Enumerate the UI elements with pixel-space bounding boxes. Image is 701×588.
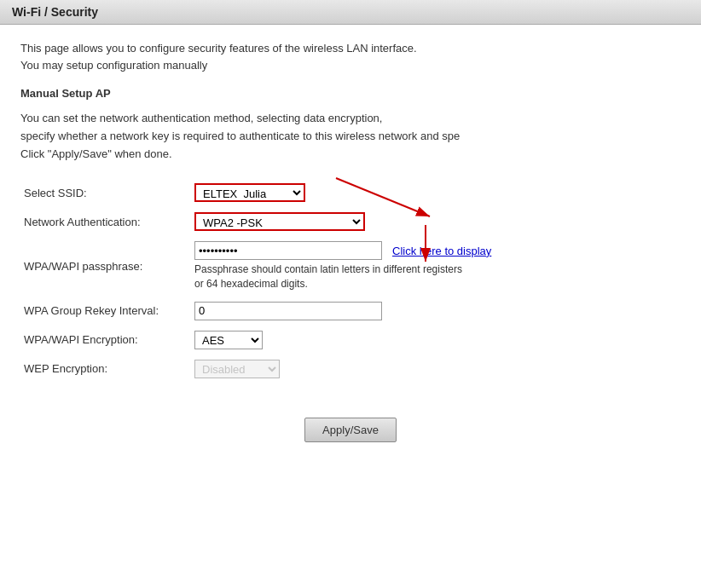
passphrase-hint: Passphrase should contain latin letters … [194,262,519,291]
auth-label: Network Authentication: [20,207,191,236]
passphrase-row: WPA/WAPI passphrase: Click here to displ… [20,236,681,297]
wep-control: Disabled [191,355,681,383]
page-description: This page allows you to configure securi… [20,40,681,73]
encryption-control: AES TKIP TKIP+AES [191,326,681,355]
rekey-input[interactable] [194,302,382,320]
apply-save-button[interactable]: Apply/Save [304,418,397,442]
passphrase-hint-line2: or 64 hexadecimal digits. [194,278,308,290]
encryption-label: WPA/WAPI Encryption: [20,326,191,355]
ssid-row: Select SSID: ELTEX_Julia [20,178,681,207]
passphrase-input[interactable] [194,241,382,260]
desc-line1: This page allows you to configure securi… [20,40,681,57]
encryption-select[interactable]: AES TKIP TKIP+AES [194,331,263,349]
wep-label: WEP Encryption: [20,355,191,383]
wep-row: WEP Encryption: Disabled [20,355,681,383]
ssid-control: ELTEX_Julia [191,178,681,207]
auth-control: WPA2 -PSK WPA-PSK WPA2 WPA None [191,207,681,236]
settings-form: Select SSID: ELTEX_Julia Network Authent… [20,178,681,383]
wep-select[interactable]: Disabled [194,360,280,378]
ssid-select[interactable]: ELTEX_Julia [194,183,305,202]
auth-select[interactable]: WPA2 -PSK WPA-PSK WPA2 WPA None [194,212,365,231]
auth-row: Network Authentication: WPA2 -PSK WPA-PS… [20,207,681,236]
section-desc-line3: Click "Apply/Save" when done. [20,146,681,164]
section-desc-line2: specify whether a network key is require… [20,128,681,146]
section-desc-line1: You can set the network authentication m… [20,110,681,128]
section-description: You can set the network authentication m… [20,110,681,163]
rekey-control [191,297,681,326]
ssid-label: Select SSID: [20,178,191,207]
desc-line2: You may setup configuration manually [20,57,681,74]
rekey-label: WPA Group Rekey Interval: [20,297,191,326]
section-title: Manual Setup AP [20,87,681,100]
apply-save-row: Apply/Save [20,418,681,459]
passphrase-row-inner: Click here to display [194,241,677,260]
header-title-text: Wi-Fi / Security [12,5,98,19]
passphrase-hint-line1: Passphrase should contain latin letters … [194,263,462,275]
passphrase-control: Click here to display Passphrase should … [191,236,681,297]
rekey-row: WPA Group Rekey Interval: [20,297,681,326]
page-title: Wi-Fi / Security [0,0,701,25]
encryption-row: WPA/WAPI Encryption: AES TKIP TKIP+AES [20,326,681,355]
click-here-link[interactable]: Click here to display [392,245,491,257]
passphrase-label: WPA/WAPI passphrase: [20,236,191,297]
